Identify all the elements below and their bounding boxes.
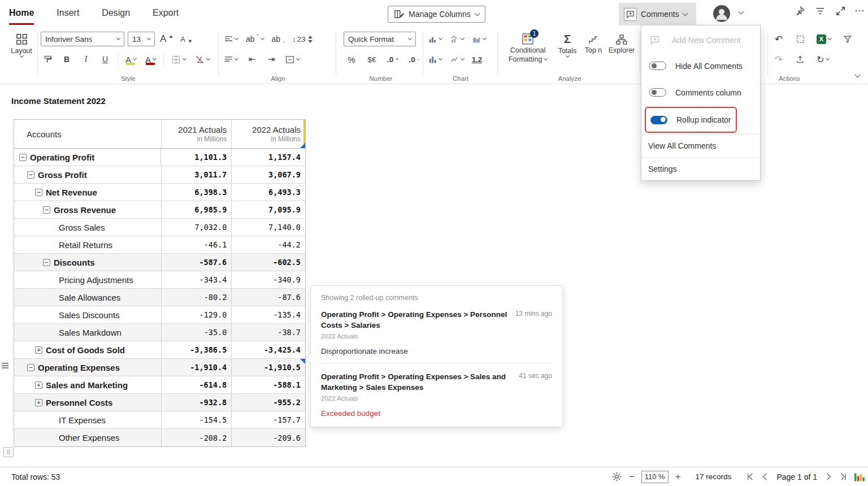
account-cell[interactable]: IT Expenses bbox=[14, 411, 162, 428]
value-2021-cell[interactable]: 6,398.3 bbox=[162, 184, 232, 201]
combo-chart-button[interactable] bbox=[448, 32, 466, 46]
expand-toggle-icon[interactable]: + bbox=[35, 346, 42, 354]
conditional-formatting-button[interactable]: 1 Conditional Formatting bbox=[503, 33, 553, 63]
value-2021-cell[interactable]: -46.1 bbox=[162, 236, 232, 253]
account-cell[interactable]: −Net Revenue bbox=[14, 184, 162, 201]
account-cell[interactable]: +Cost of Goods Sold bbox=[14, 341, 162, 358]
comments-button[interactable]: Comments bbox=[619, 3, 696, 25]
more-options-button[interactable]: ⋯ bbox=[852, 3, 867, 18]
user-avatar[interactable] bbox=[713, 5, 730, 22]
value-2021-cell[interactable]: 7,032.0 bbox=[162, 219, 232, 236]
value-2021-cell[interactable]: -208.2 bbox=[162, 429, 232, 446]
value-2021-cell[interactable]: 1,101.3 bbox=[161, 149, 232, 166]
first-page-button[interactable] bbox=[746, 472, 754, 481]
line-chart-button[interactable] bbox=[448, 52, 466, 67]
account-cell[interactable]: −Operating Expenses bbox=[14, 359, 162, 376]
layout-button[interactable]: Layout bbox=[8, 33, 35, 57]
value-2021-cell[interactable]: -80.2 bbox=[162, 289, 232, 306]
account-cell[interactable]: +Personnel Costs bbox=[14, 394, 162, 411]
decrease-indent-button[interactable]: ⇤ bbox=[245, 52, 259, 67]
account-cell[interactable]: Other Expenses bbox=[14, 429, 162, 446]
row-height-stepper[interactable] bbox=[308, 36, 313, 43]
font-size-select[interactable]: 13 bbox=[128, 32, 155, 46]
percent-format-button[interactable]: % bbox=[345, 52, 358, 67]
menu-item-add-new-comment[interactable]: Add New Comment bbox=[641, 28, 760, 53]
value-2022-cell[interactable]: -3,425.4 bbox=[232, 341, 305, 358]
value-2021-cell[interactable]: 6,985.9 bbox=[162, 201, 232, 218]
redo-button[interactable]: ↷ bbox=[772, 52, 785, 67]
horizontal-align-button[interactable] bbox=[223, 52, 240, 67]
value-2021-cell[interactable]: -343.4 bbox=[162, 271, 232, 288]
collapse-toggle-icon[interactable]: − bbox=[43, 206, 50, 214]
value-2021-cell[interactable]: -129.0 bbox=[162, 306, 232, 323]
refresh-button[interactable]: ↻ bbox=[815, 52, 831, 67]
inforiver-mini-chart-icon[interactable] bbox=[854, 472, 865, 481]
comment-item[interactable]: Operating Profit > Operating Expenses > … bbox=[321, 372, 552, 418]
decimal-places-button[interactable]: 1.2 bbox=[470, 52, 484, 67]
decrease-decimal-button[interactable]: .0- bbox=[407, 52, 421, 67]
menu-item-settings[interactable]: Settings bbox=[641, 158, 760, 180]
comment-item[interactable]: Operating Profit > Operating Expenses > … bbox=[321, 310, 552, 355]
subscript-button[interactable]: ab˖ bbox=[270, 32, 287, 46]
clear-formatting-button[interactable] bbox=[193, 52, 211, 67]
publish-button[interactable] bbox=[793, 52, 807, 67]
value-2022-cell[interactable]: -87.6 bbox=[232, 289, 305, 306]
value-2021-cell[interactable]: -154.5 bbox=[162, 411, 232, 428]
value-2021-cell[interactable]: -3,386.5 bbox=[162, 341, 232, 358]
value-2022-cell[interactable]: -340.9 bbox=[232, 271, 305, 288]
fullscreen-button[interactable] bbox=[833, 3, 848, 18]
area-chart-button[interactable] bbox=[470, 32, 488, 46]
increase-font-size-button[interactable]: A▲ bbox=[158, 32, 175, 46]
row-height-control[interactable]: ↕ 23 bbox=[290, 32, 314, 46]
hide-all-comments-toggle[interactable] bbox=[649, 62, 666, 70]
value-2021-cell[interactable]: -614.8 bbox=[162, 376, 232, 393]
menu-item-rollup-indicator[interactable]: Rollup indicator bbox=[646, 108, 736, 132]
format-painter-button[interactable] bbox=[41, 52, 54, 67]
comments-column-toggle[interactable] bbox=[649, 88, 666, 97]
fill-color-button[interactable]: A bbox=[124, 52, 138, 67]
value-2021-cell[interactable]: -587.6 bbox=[162, 254, 232, 271]
value-2022-cell[interactable]: 1,157.4 bbox=[232, 149, 305, 166]
italic-button[interactable]: I bbox=[79, 52, 93, 67]
currency-format-button[interactable]: $€ bbox=[365, 52, 379, 67]
value-2022-cell[interactable]: 7,095.9 bbox=[232, 201, 305, 218]
collapse-toggle-icon[interactable]: − bbox=[27, 171, 34, 179]
account-cell[interactable]: −Operating Profit bbox=[14, 149, 161, 166]
font-color-button[interactable]: A bbox=[144, 52, 158, 67]
collapse-toggle-icon[interactable]: − bbox=[27, 364, 34, 371]
value-2021-cell[interactable]: 3,011.7 bbox=[162, 166, 232, 183]
bar-chart-button[interactable] bbox=[426, 32, 444, 46]
account-cell[interactable]: Retail Returns bbox=[14, 236, 162, 253]
value-2022-cell[interactable]: -135.4 bbox=[232, 306, 305, 323]
increase-indent-button[interactable]: ⇥ bbox=[264, 52, 278, 67]
account-cell[interactable]: −Discounts bbox=[14, 254, 162, 271]
pin-button[interactable] bbox=[792, 3, 807, 18]
table-settings-button[interactable] bbox=[611, 471, 622, 482]
account-cell[interactable]: Sales Markdown bbox=[14, 324, 162, 341]
filter-button[interactable] bbox=[841, 32, 854, 46]
value-2022-cell[interactable]: -44.2 bbox=[232, 236, 305, 253]
value-2022-cell[interactable]: 7,140.0 bbox=[232, 219, 305, 236]
selection-frame-button[interactable] bbox=[793, 32, 807, 46]
column-header-2022[interactable]: 2022 Actuals in Millions bbox=[232, 120, 305, 148]
font-family-select[interactable]: Inforiver Sans bbox=[41, 32, 124, 46]
increase-decimal-button[interactable]: .0+ bbox=[385, 52, 401, 67]
account-cell[interactable]: −Gross Revenue bbox=[14, 201, 162, 218]
value-2022-cell[interactable]: -955.2 bbox=[232, 394, 305, 411]
rollup-indicator-header[interactable] bbox=[300, 143, 305, 148]
account-cell[interactable]: Gross Sales bbox=[14, 219, 162, 236]
merge-cells-button[interactable] bbox=[284, 52, 301, 67]
avatar-chevron-icon[interactable] bbox=[739, 9, 744, 15]
vertical-align-button[interactable] bbox=[223, 32, 240, 46]
account-cell[interactable]: −Gross Profit bbox=[14, 166, 162, 183]
column-header-2021[interactable]: 2021 Actuals in Millions bbox=[162, 120, 232, 148]
next-page-button[interactable] bbox=[824, 472, 832, 481]
export-excel-button[interactable]: X bbox=[815, 32, 833, 46]
menu-item-hide-all-comments[interactable]: Hide All Comments bbox=[641, 53, 760, 79]
value-2022-cell[interactable]: -588.1 bbox=[232, 376, 305, 393]
totals-button[interactable]: Σ Totals bbox=[555, 33, 580, 57]
value-2022-cell[interactable]: -209.6 bbox=[232, 429, 305, 446]
row-filter-button[interactable] bbox=[813, 3, 827, 18]
quick-format-select[interactable]: Quick Format bbox=[344, 32, 416, 46]
zoom-out-button[interactable]: − bbox=[629, 472, 635, 481]
